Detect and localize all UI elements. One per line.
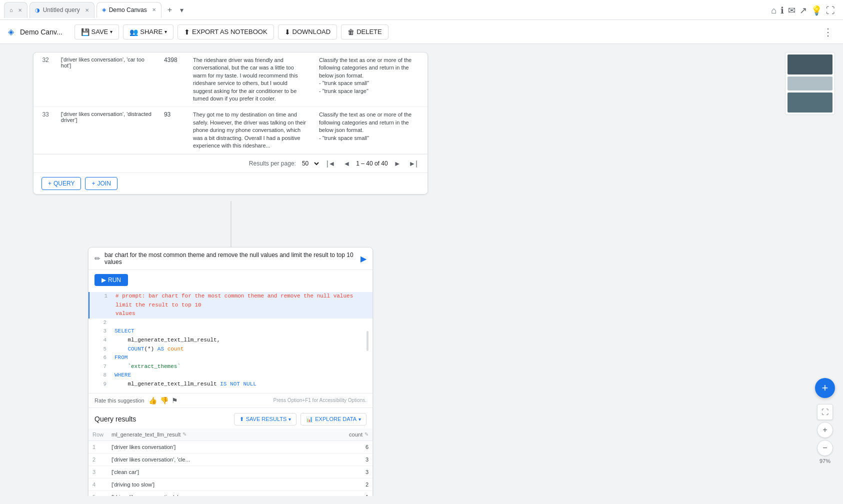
share-button[interactable]: 👥 SHARE ▾: [123, 24, 174, 40]
run-button[interactable]: ▶ RUN: [94, 274, 128, 286]
result-count: 3: [345, 453, 372, 466]
data-table: 32 ['driver likes conversation', 'car to…: [34, 52, 428, 154]
col-id-32: 4398: [158, 52, 187, 107]
home-nav-icon[interactable]: ⌂: [771, 6, 776, 16]
result-ml-result: ['clean car']: [108, 466, 345, 478]
info-icon[interactable]: ℹ: [780, 5, 784, 16]
app-title: Demo Canv...: [20, 28, 62, 36]
query-block: ✏ bar chart for the most common theme an…: [88, 247, 373, 496]
canvas-main: 32 ['driver likes conversation', 'car to…: [0, 44, 843, 504]
thumbs-up-icon[interactable]: 👍: [148, 396, 157, 404]
tab-demo[interactable]: ◈ Demo Canvas ✕: [96, 2, 162, 18]
result-count: 1: [345, 490, 372, 496]
delete-button[interactable]: 🗑 DELETE: [341, 24, 388, 40]
save-results-button[interactable]: ⬆ SAVE RESULTS ▾: [234, 413, 297, 426]
accessibility-text: Press Option+F1 for Accessibility Option…: [274, 398, 366, 403]
sort-ml-icon[interactable]: ✎: [182, 432, 186, 437]
prompt-bar: ✏ bar chart for the most common theme an…: [88, 248, 372, 270]
download-icon: ⬇: [284, 28, 290, 36]
result-row: 1 ['driver likes conversation'] 6: [88, 440, 372, 453]
connector-line: [230, 201, 232, 251]
code-line-1b: values: [88, 310, 372, 318]
code-editor: 1 # prompt: bar chart for the most commo…: [88, 290, 372, 394]
query-results-title: Query results: [94, 415, 136, 423]
download-button[interactable]: ⬇ DOWNLOAD: [278, 24, 338, 40]
rating-icons: 👍 👎 ⚑: [148, 396, 178, 404]
tab-demo-close[interactable]: ✕: [152, 7, 156, 12]
prev-page-button[interactable]: ◄: [341, 158, 352, 168]
result-row-num: 1: [88, 440, 108, 453]
result-ml-result: ['driver likes conversation', 'ca...: [108, 490, 345, 496]
col-tags-33: ['driver likes conversation', 'distracte…: [55, 107, 158, 154]
result-count: 2: [345, 478, 372, 490]
results-actions: ⬆ SAVE RESULTS ▾ 📊 EXPLORE DATA ▾: [234, 413, 366, 426]
expand-canvas-button[interactable]: ⛶: [817, 404, 833, 420]
col-id-33: 93: [158, 107, 187, 154]
code-line-2: 2: [88, 318, 372, 328]
tab-home-close[interactable]: ✕: [18, 8, 22, 13]
zoom-out-button[interactable]: −: [817, 440, 833, 456]
flag-icon[interactable]: ⚑: [172, 396, 178, 404]
tab-options-icon[interactable]: ▾: [178, 4, 186, 16]
pagination-row: Results per page: 50 25 100 |◄ ◄ 1 – 40 …: [34, 154, 428, 172]
zoom-level: 97%: [820, 458, 830, 464]
mini-chart-panel: [785, 52, 835, 115]
chrome-tab-bar: ⌂ ✕ ◑ Untitled query ✕ ◈ Demo Canvas ✕ +…: [0, 0, 843, 20]
tab-untitled[interactable]: ◑ Untitled query ✕: [30, 2, 94, 18]
last-page-button[interactable]: ►|: [407, 158, 420, 168]
fullscreen-icon[interactable]: ⛶: [826, 6, 835, 16]
result-ml-result: ['driver likes conversation']: [108, 440, 345, 453]
mail-icon[interactable]: ✉: [788, 5, 796, 16]
result-ml-result: ['driving too slow']: [108, 478, 345, 490]
sort-count-icon[interactable]: ✎: [364, 432, 368, 437]
query-button[interactable]: + QUERY: [42, 177, 81, 190]
save-button[interactable]: 💾 SAVE ▾: [74, 24, 120, 40]
results-table-wrapper[interactable]: Row ml_generate_text_llm_result ✎ count: [88, 428, 372, 496]
more-options-icon[interactable]: ⋮: [821, 24, 835, 40]
save-results-label: SAVE RESULTS: [246, 416, 287, 422]
next-page-button[interactable]: ►: [392, 158, 403, 168]
first-page-button[interactable]: |◄: [324, 158, 338, 168]
result-row-num: 2: [88, 453, 108, 466]
tab-untitled-close[interactable]: ✕: [85, 8, 89, 13]
export-label: EXPORT AS NOTEBOOK: [192, 28, 268, 36]
table-inner: 32 ['driver likes conversation', 'car to…: [34, 52, 428, 154]
result-row: 2 ['driver likes conversation', 'cle... …: [88, 453, 372, 466]
explore-data-button[interactable]: 📊 EXPLORE DATA ▾: [300, 413, 366, 426]
new-tab-button[interactable]: +: [164, 4, 176, 16]
run-label: RUN: [108, 276, 121, 284]
join-plus-icon: +: [92, 180, 95, 187]
tab-home[interactable]: ⌂ ✕: [4, 2, 28, 18]
external-icon[interactable]: ↗: [800, 5, 807, 16]
rating-row: Rate this suggestion 👍 👎 ⚑ Press Option+…: [88, 394, 372, 408]
delete-label: DELETE: [356, 28, 382, 36]
save-results-icon: ⬆: [240, 416, 244, 422]
result-count: 3: [345, 466, 372, 478]
query-icon: ◑: [35, 7, 40, 14]
explore-data-label: EXPLORE DATA: [315, 416, 356, 422]
join-label: JOIN: [98, 180, 111, 187]
thumbs-down-icon[interactable]: 👎: [160, 396, 168, 404]
query-plus-icon: +: [48, 180, 52, 187]
canvas-icon: ◈: [102, 6, 106, 13]
per-page-select[interactable]: 50 25 100: [300, 160, 320, 168]
prompt-run-icon[interactable]: ▶: [360, 254, 366, 264]
lightbulb-icon[interactable]: 💡: [811, 5, 822, 16]
join-button[interactable]: + JOIN: [85, 177, 117, 190]
col-header-count: count ✎: [345, 428, 372, 441]
row-num-32: 32: [34, 52, 55, 107]
export-button[interactable]: ⬆ EXPORT AS NOTEBOOK: [178, 24, 274, 40]
run-play-icon: ▶: [102, 276, 106, 284]
delete-icon: 🗑: [348, 28, 354, 36]
code-scroll[interactable]: [366, 331, 368, 351]
code-line-5: 5 COUNT(*) AS count: [88, 345, 372, 354]
result-row: 3 ['clean car'] 3: [88, 466, 372, 478]
prompt-edit-icon[interactable]: ✏: [94, 254, 100, 262]
result-row-num: 5: [88, 490, 108, 496]
zoom-in-button[interactable]: +: [817, 422, 833, 438]
add-fab-button[interactable]: +: [815, 378, 835, 398]
query-results-header: Query results ⬆ SAVE RESULTS ▾ 📊 EXPLORE…: [88, 408, 372, 428]
results-table: Row ml_generate_text_llm_result ✎ count: [88, 428, 372, 496]
results-table-header-row: Row ml_generate_text_llm_result ✎ count: [88, 428, 372, 441]
results-per-page-label: Results per page:: [249, 160, 296, 167]
